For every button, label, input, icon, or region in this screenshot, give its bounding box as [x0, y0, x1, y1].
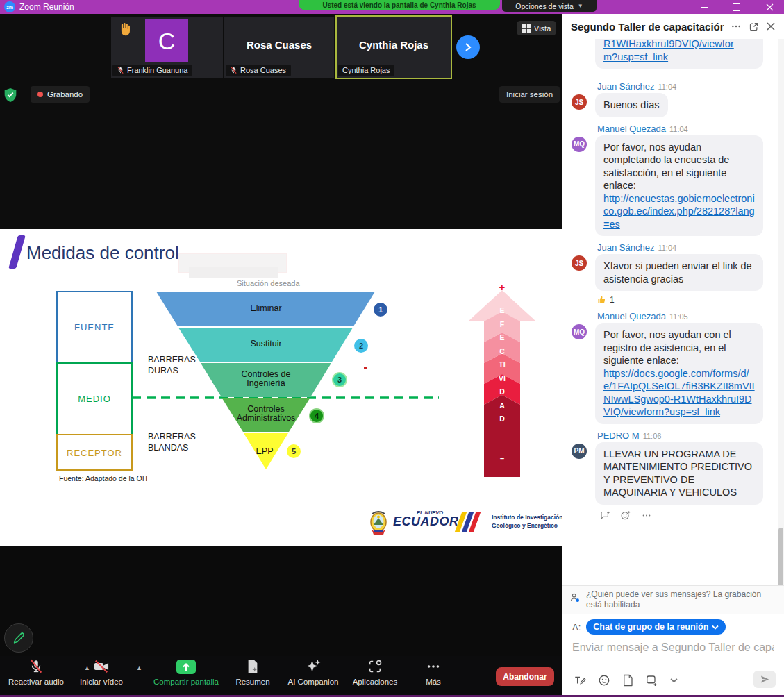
share-screen-button[interactable]: Compartir pantalla	[148, 658, 224, 693]
leave-meeting-button[interactable]: Abandonar	[496, 667, 554, 686]
reply-icon[interactable]	[599, 510, 610, 521]
message-bubble[interactable]: R1WtHaxkhruI9DVIQ/viewform?usp=sf_link	[595, 39, 763, 69]
message-text: Por favor, nos ayudan completando la enc…	[603, 142, 729, 192]
recording-label: Grabando	[47, 90, 83, 99]
chat-close-button[interactable]	[766, 22, 776, 31]
chat-popout-button[interactable]	[749, 22, 759, 32]
summary-label: Resumen	[235, 678, 269, 686]
emoji-icon[interactable]	[598, 674, 610, 687]
avatar: MQ	[572, 324, 587, 339]
more-dots-icon	[426, 659, 441, 674]
screenshot-icon[interactable]	[645, 674, 658, 687]
message-link[interactable]: http://encuestas.gobiernoelectronico.gob…	[603, 193, 755, 230]
ai-sparkle-icon	[305, 658, 322, 675]
message: MQ Por favor, nos ayudan completando la …	[572, 135, 776, 237]
institute-name-line1: Instituto de Investigación	[492, 514, 562, 521]
fuente-box-label: FUENTE	[57, 322, 132, 333]
add-reaction-icon[interactable]	[620, 510, 631, 521]
participant-name: Cynthia Rojas	[342, 66, 390, 74]
apps-icon	[367, 659, 383, 674]
chat-composer: A: Chat de grupo de la reunión Enviar me…	[562, 614, 784, 695]
to-label: A:	[572, 622, 581, 632]
unmute-audio-label: Reactivar audio	[8, 678, 64, 686]
message-bubble[interactable]: LLEVAR UN PROGRAMA DE MANTENIMIENTO PRED…	[595, 442, 763, 505]
participant-tile-franklin[interactable]: C Franklin Guanuna	[111, 17, 223, 78]
summary-document-icon	[246, 659, 260, 674]
attach-file-icon[interactable]	[622, 674, 633, 687]
message-bubble[interactable]: Xfavor si pueden enviar el link de asist…	[595, 254, 763, 291]
level-5-label: EPP	[256, 446, 273, 456]
minimize-button[interactable]	[692, 0, 717, 14]
chat-scrollbar-thumb[interactable]	[778, 528, 783, 590]
view-options-dropdown[interactable]: Opciones de vista ▼	[502, 0, 597, 12]
level-1-label: Eliminar	[250, 303, 281, 313]
source-note: Fuente: Adaptado de la OIT	[59, 474, 149, 482]
send-message-button[interactable]	[753, 671, 776, 688]
avatar: JS	[572, 255, 587, 271]
mic-muted-icon	[28, 659, 44, 674]
sign-in-button[interactable]: Iniciar sesión	[499, 86, 560, 103]
participant-tile-cynthia[interactable]: Cynthia Rojas Cynthia Rojas	[335, 15, 452, 79]
meeting-toolbar: Reactivar audio ▲ Iniciar vídeo ▲ Compar…	[0, 656, 562, 695]
thumbs-up-reaction[interactable]: 1	[597, 295, 776, 305]
message-bubble[interactable]: Por favor, nos ayudan con el registro de…	[595, 323, 763, 424]
chat-more-button[interactable]	[731, 21, 742, 32]
send-plane-icon	[760, 674, 770, 685]
chat-header: Segundo Taller de capacitación –...	[562, 14, 784, 39]
recording-dot-icon	[37, 92, 43, 97]
participant-name: Franklin Guanuna	[127, 66, 187, 74]
close-button[interactable]	[756, 0, 784, 14]
zoom-logo-icon: zm	[4, 1, 15, 12]
screen-share-banner: Usted está viendo la pantalla de Cynthia…	[299, 0, 500, 10]
chat-message-list[interactable]: R1WtHaxkhruI9DVIQ/viewform?usp=sf_link J…	[562, 39, 784, 585]
message: JS Xfavor si pueden enviar el link de as…	[572, 254, 776, 291]
chevron-right-icon	[464, 42, 472, 52]
participant-name: Rosa Cuases	[240, 66, 286, 74]
minimize-icon	[701, 7, 708, 8]
message-meta: Juan Sánchez11:04	[597, 81, 776, 92]
camera-muted-icon	[93, 659, 110, 674]
effectiveness-vertical-label: EFECTIVIDAD	[498, 304, 506, 426]
svg-text:5: 5	[292, 447, 296, 455]
medio-box-label: MEDIO	[57, 394, 132, 404]
close-icon	[766, 3, 774, 11]
more-dots-icon[interactable]	[641, 510, 652, 521]
message: JS Buenos días	[572, 93, 776, 117]
text-format-icon[interactable]	[574, 674, 586, 687]
message-bubble[interactable]: Por favor, nos ayudan completando la enc…	[595, 135, 763, 237]
vista-label: Vista	[534, 24, 551, 33]
chat-message-input[interactable]: Enviar mensaje a Segundo Taller de capac…	[572, 641, 774, 654]
video-options-chevron[interactable]: ▲	[136, 664, 142, 671]
message-link[interactable]: https://docs.google.com/forms/d/e/1FAIpQ…	[603, 368, 755, 418]
effectiveness-plus-sign: +	[496, 281, 508, 293]
app-title: Zoom Reunión	[19, 2, 74, 12]
barreras-blandas-label: BARRERAS BLANDAS	[148, 431, 208, 453]
pencil-icon	[11, 630, 26, 646]
close-icon	[766, 22, 776, 31]
more-button[interactable]: Más	[395, 658, 472, 693]
participant-tile-rosa[interactable]: Rosa Cuases Rosa Cuases	[224, 17, 334, 78]
recording-indicator[interactable]: Grabando	[31, 86, 90, 103]
security-shield-icon[interactable]	[3, 87, 17, 103]
partial-message: R1WtHaxkhruI9DVIQ/viewform?usp=sf_link	[595, 39, 776, 75]
avatar: MQ	[572, 137, 587, 152]
audience-selector[interactable]: Chat de grupo de la reunión	[586, 619, 726, 635]
start-video-button[interactable]: Iniciar vídeo	[63, 658, 140, 693]
next-participants-button[interactable]	[456, 35, 480, 59]
barreras-duras-label: BARRERAS DURAS	[148, 354, 208, 376]
share-screen-label: Compartir pantalla	[153, 678, 219, 686]
sender-name: Juan Sánchez	[597, 81, 654, 92]
shared-screen-slide: Medidas de control Situación deseada 1 2…	[0, 229, 562, 546]
thumbs-up-icon	[597, 295, 607, 305]
zoom-meeting-window: zm Zoom Reunión Usted está viendo la pan…	[0, 0, 784, 697]
chevron-down-icon[interactable]	[670, 678, 678, 683]
message-hover-actions	[599, 510, 776, 521]
svg-text:1: 1	[378, 305, 383, 314]
maximize-button[interactable]	[724, 0, 749, 14]
message-bubble[interactable]: Buenos días	[595, 93, 668, 117]
vista-button[interactable]: Vista	[517, 21, 556, 35]
annotate-button[interactable]	[4, 623, 33, 653]
message-link[interactable]: R1WtHaxkhruI9DVIQ/viewform?usp=sf_link	[603, 39, 734, 62]
ecuador-coat-of-arms-icon	[367, 510, 390, 536]
chat-title: Segundo Taller de capacitación –...	[571, 21, 724, 33]
